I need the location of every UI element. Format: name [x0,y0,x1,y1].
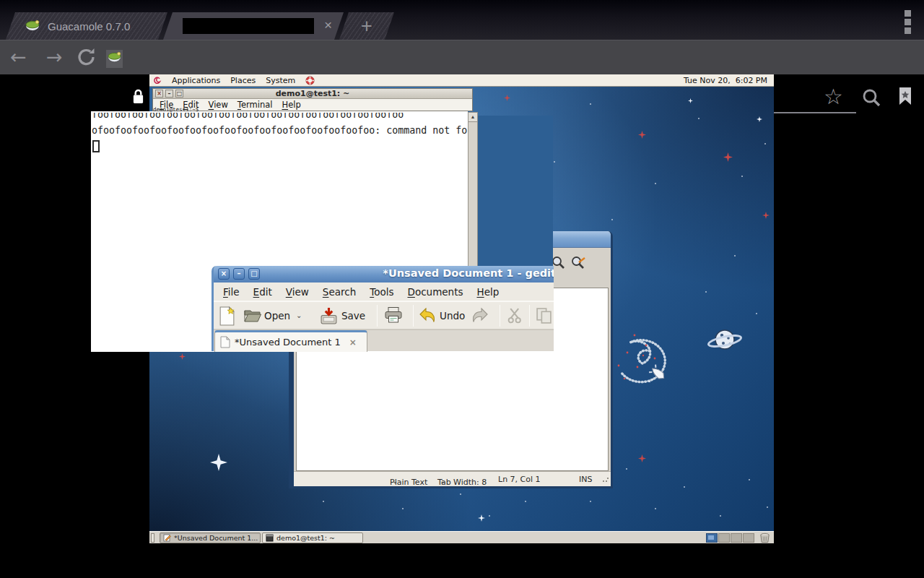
lock-icon [132,88,144,108]
workspace-3[interactable] [731,533,742,543]
menu-edit[interactable]: Edit [253,286,272,298]
panel-grip[interactable] [151,533,154,543]
close-tab-icon[interactable]: × [324,17,332,33]
terminal-cursor [92,140,100,152]
minimize-window-icon[interactable]: – [233,268,245,280]
tab-title: Guacamole 0.7.0 [48,20,130,33]
star-decoration [504,95,510,101]
panel-menu-system[interactable]: System [266,76,295,85]
back-icon[interactable]: ← [10,47,27,66]
star-dot-decoration [626,468,627,470]
redacted-tab-title [183,18,314,34]
document-tab-label: *Unsaved Document 1 [235,337,341,348]
trash-icon[interactable] [759,532,770,543]
workspace-4[interactable] [743,533,754,543]
gedit-statusbar: Plain Text ⌄ Tab Width: 8 ⌄ Ln 7, Col 1 … [294,471,611,486]
open-button[interactable]: Open [264,310,290,322]
statusbar-language[interactable]: Plain Text ⌄ [390,475,393,484]
gedit-mini-icon [163,534,171,542]
taskbar-item-gedit[interactable]: *Unsaved Document 1... [160,532,261,543]
taskbar-item-terminal[interactable]: demo1@test1: ~ [262,532,363,543]
open-folder-icon[interactable] [244,309,261,326]
ringed-planet-decoration [706,327,744,358]
star-dot-decoration [698,118,699,119]
new-document-icon[interactable] [219,306,235,329]
star-dot-decoration [720,515,721,517]
chevron-down-icon: ⌄ [393,478,398,485]
cut-scissors-icon[interactable] [507,307,523,327]
toolbar-separator [500,305,500,327]
gedit-menubar: File Edit View Search Tools Documents He… [214,282,554,301]
maximize-window-icon[interactable]: □ [248,268,260,280]
chevron-down-icon: ⌄ [440,478,446,485]
gedit-tabbar: *Unsaved Document 1 × [214,329,554,351]
find-replace-icon[interactable] [570,255,587,273]
copy-icon[interactable] [536,307,552,327]
panel-clock[interactable]: Tue Nov 20, 6:02 PM [684,76,767,85]
star-dot-decoration [655,183,656,184]
star-decoration [638,454,646,462]
resize-grip[interactable] [602,475,609,483]
menu-help[interactable]: Help [282,100,300,110]
search-icon[interactable] [862,88,881,111]
star-decoration [723,152,733,162]
menu-file[interactable]: File [223,286,240,298]
panel-menu-applications[interactable]: Applications [172,76,220,85]
terminal-window: × – □ demo1@test1: ~ File Edit View Term… [152,88,473,111]
new-tab-button[interactable]: + [339,12,394,40]
forward-icon[interactable]: → [46,47,63,66]
star-dot-decoration [402,508,404,509]
star-dot-decoration [323,501,324,502]
statusbar-cursor-position: Ln 7, Col 1 [498,475,541,484]
terminal-title: demo1@test1: ~ [153,89,472,98]
star-dot-decoration [554,161,555,163]
gedit-title: *Unsaved Document 1 - gedit [383,267,554,279]
document-icon [220,336,230,348]
menu-help[interactable]: Help [476,286,499,298]
tab-guacamole[interactable]: Guacamole 0.7.0 [6,12,167,40]
star-decoration [179,353,186,360]
undo-button[interactable]: Undo [440,310,465,322]
save-icon[interactable] [320,307,338,328]
star-dot-decoration [767,506,768,508]
statusbar-tab-width[interactable]: Tab Width: 8 ⌄ [437,475,440,484]
menu-view[interactable]: View [209,100,228,110]
menu-view[interactable]: View [286,286,309,298]
debian-swirl-icon[interactable] [152,76,162,85]
bookmark-star-icon[interactable]: ☆ [824,84,843,109]
bookmarks-list-icon[interactable] [898,87,912,108]
close-document-icon[interactable]: × [349,337,357,348]
menu-search[interactable]: Search [323,286,356,298]
menu-tools[interactable]: Tools [370,286,393,298]
workspace-1[interactable] [706,533,718,543]
terminal-scrollbar[interactable]: ▲ [468,112,478,267]
menu-documents[interactable]: Documents [407,286,463,298]
toolbar-separator [413,305,414,327]
tab-active-redacted[interactable]: × [163,12,344,40]
print-icon[interactable] [384,306,403,327]
workspace-2[interactable] [718,533,730,543]
gnome-taskbar: *Unsaved Document 1... demo1@test1: ~ [149,531,774,543]
terminal-titlebar[interactable]: × – □ demo1@test1: ~ [153,89,472,99]
overflow-menu-icon[interactable] [905,10,911,34]
chevron-down-icon[interactable]: ⌄ [296,311,302,319]
star-decoration [762,212,770,219]
save-button[interactable]: Save [341,310,365,322]
gnome-top-panel: Applications Places System Tue Nov 20, 6… [149,74,774,87]
star-dot-decoration [525,501,526,502]
scroll-up-icon[interactable]: ▲ [468,113,477,122]
terminal-output-line: foofoofoofoofoofoofoofoofoofoofoofoofoof… [92,113,404,124]
menu-terminal[interactable]: Terminal [237,100,273,110]
gedit-titlebar[interactable]: × – □ *Unsaved Document 1 - gedit [214,266,554,282]
star-dot-decoration [741,176,743,177]
help-lifesaver-icon[interactable] [305,76,315,85]
refresh-icon[interactable] [77,47,97,70]
panel-menu-places[interactable]: Places [230,76,256,85]
redo-icon[interactable] [470,308,489,327]
terminal-small-prompt: demo1@test1:~$ [153,106,199,113]
close-window-icon[interactable]: × [218,268,230,280]
undo-icon[interactable] [419,308,437,327]
star-dot-decoration [756,313,757,314]
document-tab[interactable]: *Unsaved Document 1 × [214,330,367,352]
star-decoration [478,514,485,522]
